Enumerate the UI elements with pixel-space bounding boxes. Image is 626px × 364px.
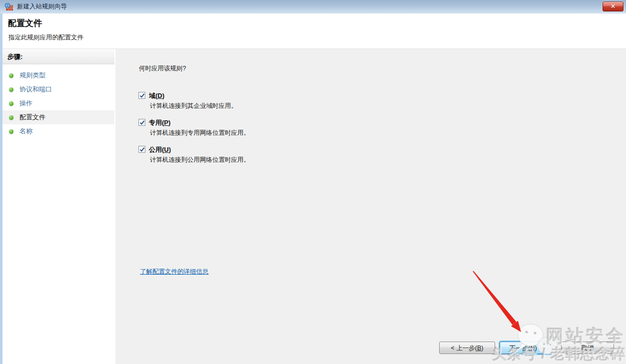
step-label: 操作 (19, 99, 32, 108)
profile-checkbox[interactable] (138, 146, 145, 153)
profile-description: 计算机连接到公用网络位置时应用。 (150, 155, 250, 165)
profile-label[interactable]: 公用(U) (149, 145, 171, 154)
profile-label[interactable]: 专用(P) (149, 118, 170, 127)
step-label: 名称 (19, 127, 32, 136)
sidebar-item-0[interactable]: 规则类型 (2, 68, 114, 82)
firewall-icon (4, 2, 13, 11)
profile-checkbox[interactable] (138, 92, 145, 99)
close-button[interactable]: ✕ (603, 1, 624, 11)
profile-description: 计算机连接到专用网络位置时应用。 (150, 128, 250, 138)
step-label: 配置文件 (19, 113, 45, 122)
steps-list: 规则类型协议和端口操作配置文件名称 (2, 68, 114, 138)
profile-description: 计算机连接到其企业域时应用。 (150, 101, 250, 111)
back-button[interactable]: < 上一步(B) (439, 342, 495, 354)
learn-more-link[interactable]: 了解配置文件的详细信息 (140, 268, 209, 276)
page-title: 配置文件 (8, 17, 42, 29)
question-text: 何时应用该规则? (139, 64, 186, 73)
profile-option: 专用(P)计算机连接到专用网络位置时应用。 (138, 117, 250, 138)
green-dot-icon (9, 129, 13, 134)
green-dot-icon (9, 115, 13, 120)
green-dot-icon (9, 87, 13, 92)
sidebar-item-2[interactable]: 操作 (2, 96, 114, 110)
page-subtitle: 指定此规则应用的配置文件 (8, 33, 83, 42)
wizard-window: 新建入站规则向导 ✕ 配置文件 指定此规则应用的配置文件 步骤: 规则类型协议和… (0, 0, 626, 364)
green-dot-icon (9, 101, 13, 106)
step-label: 规则类型 (19, 71, 45, 80)
sidebar-item-3[interactable]: 配置文件 (2, 110, 114, 124)
profile-label[interactable]: 域(D) (149, 91, 164, 100)
steps-sidebar: 步骤: 规则类型协议和端口操作配置文件名称 (2, 49, 114, 364)
sidebar-item-1[interactable]: 协议和端口 (2, 82, 114, 96)
profiles-group: 域(D)计算机连接到其企业域时应用。专用(P)计算机连接到专用网络位置时应用。公… (138, 90, 250, 171)
titlebar: 新建入站规则向导 ✕ (0, 0, 626, 13)
profile-option: 公用(U)计算机连接到公用网络位置时应用。 (138, 144, 250, 165)
cancel-button[interactable]: 取消 (561, 342, 614, 354)
wizard-header: 配置文件 指定此规则应用的配置文件 (0, 13, 626, 49)
close-icon: ✕ (603, 2, 623, 11)
steps-heading: 步骤: (2, 49, 114, 64)
profile-checkbox[interactable] (138, 119, 145, 126)
sidebar-item-4[interactable]: 名称 (2, 124, 114, 138)
profile-option: 域(D)计算机连接到其企业域时应用。 (138, 90, 250, 111)
next-button[interactable]: 下一步(N) > (500, 342, 552, 354)
window-title: 新建入站规则向导 (17, 0, 67, 13)
step-label: 协议和端口 (19, 85, 52, 94)
main-panel: 何时应用该规则? 域(D)计算机连接到其企业域时应用。专用(P)计算机连接到专用… (115, 49, 626, 364)
green-dot-icon (9, 73, 13, 78)
